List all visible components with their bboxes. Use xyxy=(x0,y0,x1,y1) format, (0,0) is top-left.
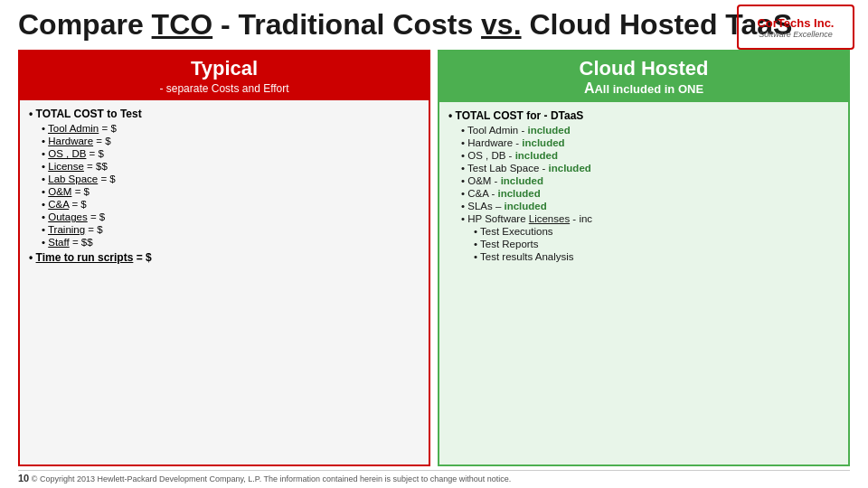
typical-item-1: • Tool Admin = $ xyxy=(42,123,420,134)
typical-item-7: • C&A = $ xyxy=(42,199,420,210)
cloud-item-4: • Test Lab Space - included xyxy=(461,163,839,174)
page-number: 10 xyxy=(18,473,29,483)
typical-item-5: • Lab Space = $ xyxy=(42,174,420,184)
logo-tagline: Software Excellence xyxy=(759,30,833,39)
cloud-item-2: • Hardware - included xyxy=(461,137,839,148)
typical-header-subtitle: - separate Costs and Effort xyxy=(24,82,425,95)
cloud-item-3: • OS , DB - included xyxy=(461,150,839,161)
columns-container: Typical - separate Costs and Effort • TO… xyxy=(18,50,850,466)
title-tco: TCO xyxy=(152,8,213,41)
title-vs: vs. xyxy=(481,8,521,41)
footer: 10 © Copyright 2013 Hewlett-Packard Deve… xyxy=(18,470,850,483)
logo-brand: CorTechs Inc. xyxy=(757,16,834,30)
typical-item-3: • OS , DB = $ xyxy=(42,148,420,159)
page-title: Compare TCO - Traditional Costs vs. Clou… xyxy=(18,9,850,41)
cloud-main-label: • TOTAL COST for - DTaaS xyxy=(448,109,839,122)
title-prefix: Compare xyxy=(18,8,152,41)
cloud-subitem-1: • Test Executions xyxy=(474,226,839,237)
footer-copyright: © Copyright 2013 Hewlett-Packard Develop… xyxy=(32,474,511,483)
cloud-header-subtitle: AAll included in ONE xyxy=(443,80,844,97)
typical-column: Typical - separate Costs and Effort • TO… xyxy=(18,50,430,466)
typical-item-6: • O&M = $ xyxy=(42,186,420,197)
typical-item-8: • Outages = $ xyxy=(42,211,420,222)
typical-main-label: • TOTAL COST to Test xyxy=(29,108,420,120)
typical-item-11: • Time to run scripts = $ xyxy=(29,251,420,264)
cloud-item-6: • C&A - included xyxy=(461,188,839,199)
logo-area: CorTechs Inc. Software Excellence xyxy=(737,5,854,50)
typical-item-2: • Hardware = $ xyxy=(42,136,420,146)
typical-header: Typical - separate Costs and Effort xyxy=(20,52,429,100)
cloud-header: Cloud Hosted AAll included in ONE xyxy=(439,52,848,102)
typical-item-9: • Training = $ xyxy=(42,224,420,235)
cloud-header-title: Cloud Hosted xyxy=(443,57,844,80)
cloud-column: Cloud Hosted AAll included in ONE • TOTA… xyxy=(438,50,850,466)
cloud-item-1: • Tool Admin - included xyxy=(461,125,839,136)
cloud-subitem-2: • Test Reports xyxy=(474,239,839,249)
typical-body: • TOTAL COST to Test • Tool Admin = $ • … xyxy=(20,100,429,465)
cloud-item-7: • SLAs – included xyxy=(461,201,839,211)
title-middle: - Traditional Costs xyxy=(212,8,481,41)
page-container: CorTechs Inc. Software Excellence Compar… xyxy=(0,0,868,488)
cloud-subitem-3: • Test results Analysis xyxy=(474,251,839,262)
typical-item-4: • License = $$ xyxy=(42,161,420,172)
typical-item-10: • Staff = $$ xyxy=(42,237,420,248)
cloud-item-5: • O&M - included xyxy=(461,175,839,186)
typical-header-title: Typical xyxy=(24,57,425,80)
cloud-item-8: • HP Software Licenses - inc xyxy=(461,213,839,224)
cloud-body: • TOTAL COST for - DTaaS • Tool Admin - … xyxy=(439,102,848,465)
